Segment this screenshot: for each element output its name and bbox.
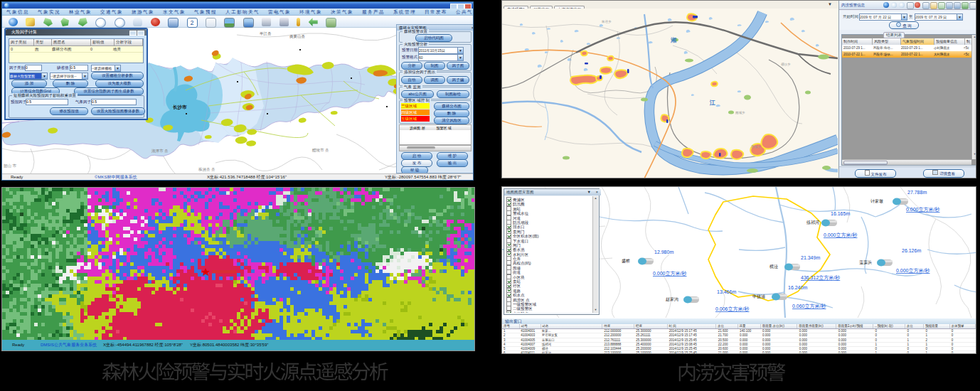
svg-text:湘潭市 县: 湘潭市 县 — [151, 149, 169, 154]
svg-text:0.000立方米/秒: 0.000立方米/秒 — [653, 270, 686, 277]
svg-text:21.349m: 21.349m — [801, 255, 820, 260]
svg-text:计家墩: 计家墩 — [870, 198, 883, 204]
svg-text:27.788m: 27.788m — [907, 190, 927, 195]
svg-text:长沙市: 长沙市 — [172, 105, 187, 110]
svg-text:炎黄山县: 炎黄山县 — [289, 34, 306, 38]
svg-text:436.312立方米/秒: 436.312立方米/秒 — [801, 274, 840, 281]
svg-text:16.165m: 16.165m — [831, 211, 850, 216]
svg-text:韶山 市: 韶山 市 — [4, 164, 17, 168]
svg-text:朱泾乡: 朱泾乡 — [602, 20, 612, 23]
svg-text:平江县: 平江县 — [260, 31, 272, 36]
svg-text:横泾: 横泾 — [769, 264, 778, 269]
svg-text:0.006立方米/秒: 0.006立方米/秒 — [715, 306, 749, 312]
svg-text:16.240m: 16.240m — [788, 285, 807, 290]
svg-text:西城乡: 西城乡 — [751, 144, 761, 149]
svg-text:江: 江 — [709, 100, 715, 106]
svg-text:醴陵市 县: 醴陵市 县 — [312, 148, 329, 153]
svg-text:26.126m: 26.126m — [902, 248, 921, 253]
svg-text:横沙乡: 横沙乡 — [781, 63, 791, 66]
svg-text:练祁河: 练祁河 — [806, 220, 819, 225]
svg-text:南城乡: 南城乡 — [735, 111, 745, 114]
svg-text:0.060立方米/秒: 0.060立方米/秒 — [792, 303, 826, 309]
svg-text:0.000立方米/秒: 0.000立方米/秒 — [896, 267, 930, 274]
svg-text:0.000立方米/秒: 0.000立方米/秒 — [906, 206, 939, 213]
svg-text:盛桥: 盛桥 — [622, 259, 630, 263]
svg-text:12.980m: 12.980m — [654, 250, 673, 255]
svg-text:13.466m: 13.466m — [717, 289, 736, 294]
svg-text:湘: 湘 — [670, 37, 676, 43]
svg-text:株洲县 县: 株洲县 县 — [198, 167, 215, 172]
svg-text:赵家沟: 赵家沟 — [666, 296, 678, 302]
svg-text:蕰藻浜: 蕰藻浜 — [859, 260, 872, 265]
svg-text:0.000立方米/秒: 0.000立方米/秒 — [824, 232, 857, 238]
svg-text:中槎浦: 中槎浦 — [752, 294, 765, 299]
